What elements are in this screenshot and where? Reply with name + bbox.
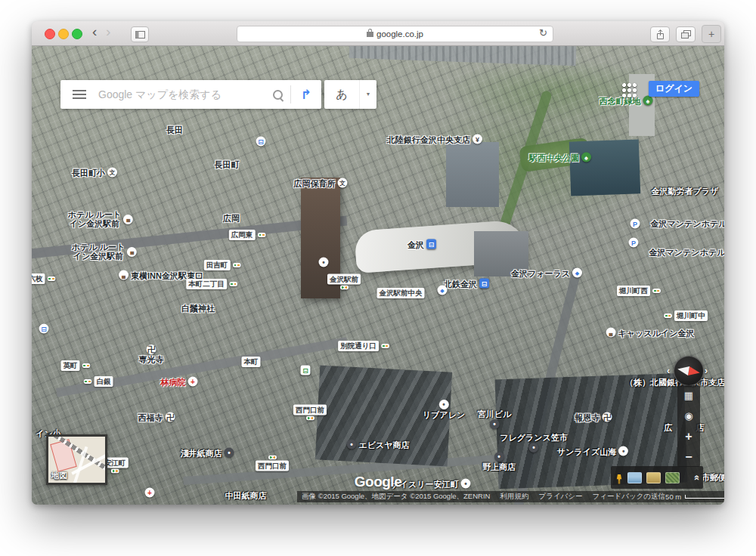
map-label[interactable]: 市郵便局 [702, 473, 724, 482]
imagery-thumbnail-2[interactable] [646, 472, 661, 483]
imagery-thumbnail-1[interactable] [627, 472, 642, 483]
map-label[interactable]: 金沢⊟ [407, 239, 436, 249]
map-label[interactable]: •エビスヤ商店 [346, 440, 409, 449]
zoom-in-button[interactable]: + [677, 431, 700, 442]
ime-dropdown-icon[interactable]: ▼ [359, 80, 376, 109]
new-tab-button[interactable]: + [702, 25, 721, 43]
temple-icon[interactable]: 卍 [603, 412, 612, 422]
map-label[interactable]: ナイスリー安江町• [391, 479, 470, 489]
map-label[interactable]: 広岡保育所文 [294, 178, 348, 188]
map-poi[interactable]: • [319, 258, 329, 267]
map-label[interactable]: 報恩寺卍 [575, 412, 612, 422]
map-poi[interactable]: P [629, 238, 639, 248]
zoom-window-button[interactable] [72, 29, 82, 39]
map-label[interactable]: 西福寺卍 [138, 412, 175, 422]
temple-icon[interactable]: 卍 [166, 412, 175, 422]
dotlight-icon[interactable]: • [319, 258, 329, 267]
map-label[interactable]: 北陸銀行金沢中央支店¥ [387, 134, 482, 144]
dotdark-icon[interactable]: • [225, 448, 234, 458]
tree-icon[interactable]: ♠ [643, 96, 653, 106]
map-label[interactable]: ホテル ルートイン金沢駅前▄ [72, 242, 137, 261]
map-label[interactable]: 金沢マンテンホテル駅前 [649, 248, 724, 257]
map-label[interactable]: 宮川ビル• [478, 409, 512, 429]
busgreen-icon[interactable]: ⊟ [301, 366, 311, 375]
address-bar[interactable]: google.co.jp ↻ [237, 26, 553, 42]
map-label[interactable]: 駅西中央公園♠ [529, 153, 591, 162]
train-icon[interactable]: ⊟ [479, 279, 489, 289]
tab-overview-button[interactable] [676, 26, 696, 42]
hotel-icon[interactable]: ▄ [119, 270, 129, 280]
temple-icon[interactable]: 卍 [147, 344, 156, 354]
map-label[interactable]: •リブアレン [423, 400, 465, 419]
terms-link[interactable]: 利用規約 [500, 492, 528, 502]
close-window-button[interactable] [45, 29, 55, 39]
map-label[interactable]: 長田町 [215, 160, 240, 169]
dotdark-icon[interactable]: • [489, 419, 499, 429]
map-label[interactable]: ホテル ルートイン金沢駅前▄ [68, 210, 133, 228]
tilt-buildings-button[interactable]: ▦ [677, 391, 700, 401]
hotel-icon[interactable]: ▄ [123, 215, 133, 224]
map-label[interactable]: 長田町小文 [72, 168, 117, 178]
tree-icon[interactable]: ♠ [581, 153, 591, 162]
hotel-icon[interactable]: ▄ [127, 247, 137, 257]
parking-icon[interactable]: P [629, 238, 639, 248]
map-poi[interactable]: + [145, 488, 155, 498]
dotdark-icon[interactable]: • [494, 452, 504, 462]
map-poi[interactable]: P [631, 219, 640, 229]
map-poi[interactable]: ⊟ [39, 324, 49, 334]
map-canvas[interactable]: 長田長田町長田町小文⊟⊟北陸銀行金沢中央支店¥広岡保育所文西念町緑地♠駅西中央公… [32, 45, 724, 505]
map-label[interactable]: 長田 [166, 125, 183, 134]
dotdark-icon[interactable]: • [528, 443, 538, 453]
train-icon[interactable]: ⊟ [426, 239, 436, 249]
school-icon[interactable]: 文 [107, 168, 117, 178]
zoom-out-button[interactable]: − [677, 452, 700, 462]
hospital-icon[interactable]: + [145, 488, 155, 498]
hotel-icon[interactable]: ▄ [606, 328, 616, 338]
search-box[interactable]: ↱ [60, 80, 321, 109]
dotlight-icon[interactable]: • [461, 479, 471, 489]
compass-control[interactable] [674, 356, 704, 386]
privacy-link[interactable]: プライバシー [538, 492, 582, 502]
dotlight-icon[interactable]: • [618, 446, 628, 456]
map-label[interactable]: 金沢勤労者プラザ [652, 187, 719, 196]
back-button[interactable]: ‹ [92, 23, 97, 40]
pegman-icon[interactable] [615, 471, 623, 484]
map-label[interactable]: 広 [665, 423, 673, 432]
map-label[interactable]: 中田紙商店 [225, 491, 267, 500]
bag-icon[interactable]: ◆ [438, 286, 448, 295]
collapse-chevron-icon[interactable]: » [690, 474, 702, 480]
ime-language-button[interactable]: あ [324, 88, 359, 102]
search-input[interactable] [97, 88, 268, 101]
sidebar-toggle-button[interactable] [131, 26, 149, 42]
map-label[interactable]: 北鉄金沢⊟ [444, 279, 489, 289]
google-apps-grid-icon[interactable] [621, 82, 637, 98]
map-poi[interactable]: ⊟ [256, 137, 266, 147]
dotlight-icon[interactable]: • [438, 400, 448, 409]
login-button[interactable]: ログイン [649, 81, 699, 97]
map-label[interactable]: 白鬚神社 [181, 304, 215, 313]
my-location-button[interactable]: ◉ [677, 411, 700, 422]
map-label[interactable]: 卍専光寺 [139, 344, 164, 364]
ime-toggle[interactable]: あ ▼ [324, 80, 376, 109]
search-icon[interactable] [273, 90, 283, 100]
rotate-left-icon[interactable]: ‹ [667, 366, 670, 376]
map-label[interactable]: 金沢フォーラス◆ [511, 268, 582, 278]
minimap-toggle[interactable]: 地図 [46, 434, 107, 485]
map-poi[interactable]: ⊟ [301, 366, 311, 375]
directions-icon[interactable]: ↱ [291, 87, 321, 103]
reload-button[interactable]: ↻ [539, 27, 547, 39]
map-label[interactable]: サンライズ山海• [557, 446, 628, 456]
share-button[interactable] [650, 26, 670, 42]
menu-icon[interactable] [73, 90, 86, 91]
bus-icon[interactable]: ⊟ [256, 137, 266, 147]
parking-icon[interactable]: P [631, 219, 640, 229]
mall-icon[interactable]: ◆ [572, 268, 582, 278]
hospital-icon[interactable]: + [188, 377, 198, 387]
map-label[interactable]: 広岡 [223, 214, 240, 223]
map-label[interactable]: 金沢マンテンホテル駅前 [651, 219, 724, 228]
minimize-window-button[interactable] [58, 29, 69, 39]
map-label[interactable]: ▄キャッスルイン金沢 [606, 328, 695, 338]
trainc-icon[interactable]: ⊟ [39, 324, 49, 334]
map-label[interactable]: •野上商店 [482, 452, 516, 471]
dotdark-icon[interactable]: • [346, 440, 356, 449]
